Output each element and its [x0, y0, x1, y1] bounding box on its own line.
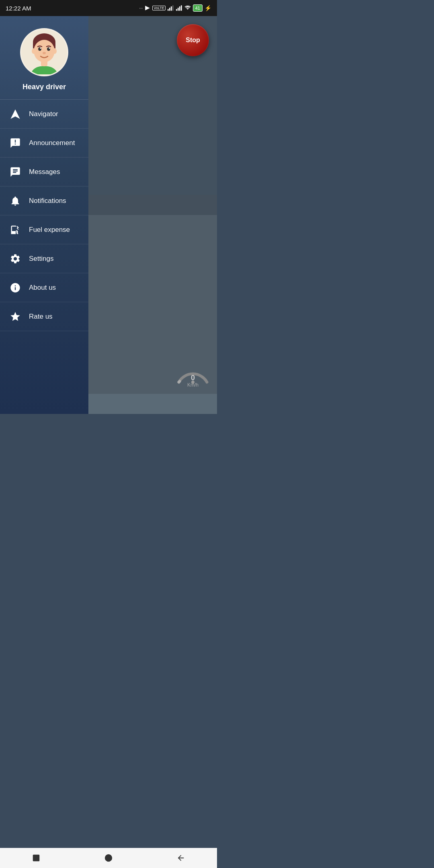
svg-point-13: [32, 48, 36, 54]
stop-label: Stop: [186, 37, 200, 44]
profile-section: Heavy driver: [0, 16, 88, 100]
speed-arc-svg: 0: [175, 360, 211, 384]
fuel-expense-label: Fuel expense: [29, 226, 70, 234]
sidebar-item-announcement[interactable]: Announcement: [0, 129, 88, 158]
announcement-label: Announcement: [29, 139, 75, 147]
messages-icon: [8, 165, 23, 179]
svg-rect-3: [172, 5, 174, 10]
profile-name: Heavy driver: [23, 83, 66, 91]
speed-unit: Km/h: [187, 382, 199, 388]
svg-point-14: [53, 48, 57, 54]
svg-point-12: [34, 40, 55, 62]
notifications-icon: [8, 194, 23, 208]
fuel-icon: [8, 223, 23, 237]
battery-level: 41: [193, 4, 203, 12]
settings-icon: [8, 252, 23, 266]
sidebar-item-settings[interactable]: Settings: [0, 244, 88, 273]
sidebar-item-fuel-expense[interactable]: Fuel expense: [0, 215, 88, 244]
svg-rect-1: [169, 8, 170, 10]
svg-rect-6: [179, 6, 180, 11]
status-time: 12:22 AM: [6, 5, 31, 12]
info-icon: [8, 280, 23, 295]
signal-dots: ···: [139, 6, 143, 10]
sidebar-item-messages[interactable]: Messages: [0, 158, 88, 186]
menu-list: Navigator Announcement Messages: [0, 100, 88, 414]
announcement-icon: [8, 136, 23, 150]
svg-rect-0: [168, 9, 169, 11]
charging-icon: ⚡: [205, 5, 211, 11]
svg-rect-5: [178, 8, 179, 10]
main-content: Stop 0 Km/h: [88, 16, 217, 414]
app-container: Heavy driver Navigator Announcement: [0, 16, 217, 414]
status-icons: ··· VoLTE 41 ⚡: [139, 4, 211, 12]
about-us-label: About us: [29, 284, 56, 292]
wifi-icon: [184, 5, 191, 11]
avatar-image: [22, 30, 66, 74]
stop-button[interactable]: Stop: [177, 24, 209, 56]
navigator-label: Navigator: [29, 110, 58, 118]
sidebar-item-rate-us[interactable]: Rate us: [0, 302, 88, 331]
signal1-icon: [168, 5, 174, 11]
status-bar: 12:22 AM ··· VoLTE 41 ⚡: [0, 0, 217, 16]
sidebar-item-about-us[interactable]: About us: [0, 273, 88, 302]
volte-icon: VoLTE: [152, 6, 165, 10]
notifications-label: Notifications: [29, 197, 66, 205]
svg-rect-7: [181, 5, 182, 10]
nav-arrow-icon: [145, 5, 150, 11]
rate-us-label: Rate us: [29, 313, 53, 321]
speedometer: 0 Km/h: [173, 358, 213, 390]
star-icon: [8, 309, 23, 324]
navigator-icon: [8, 107, 23, 121]
sidebar: Heavy driver Navigator Announcement: [0, 16, 88, 414]
avatar: [20, 28, 68, 76]
svg-rect-20: [41, 61, 47, 66]
svg-point-18: [49, 48, 50, 49]
svg-text:0: 0: [191, 374, 195, 382]
messages-label: Messages: [29, 168, 60, 176]
svg-point-17: [40, 48, 41, 49]
sidebar-item-navigator[interactable]: Navigator: [0, 100, 88, 129]
svg-rect-4: [176, 9, 177, 11]
svg-point-19: [43, 52, 46, 54]
settings-label: Settings: [29, 255, 53, 263]
signal2-icon: [176, 5, 182, 11]
sidebar-item-notifications[interactable]: Notifications: [0, 186, 88, 215]
svg-rect-2: [171, 6, 172, 11]
